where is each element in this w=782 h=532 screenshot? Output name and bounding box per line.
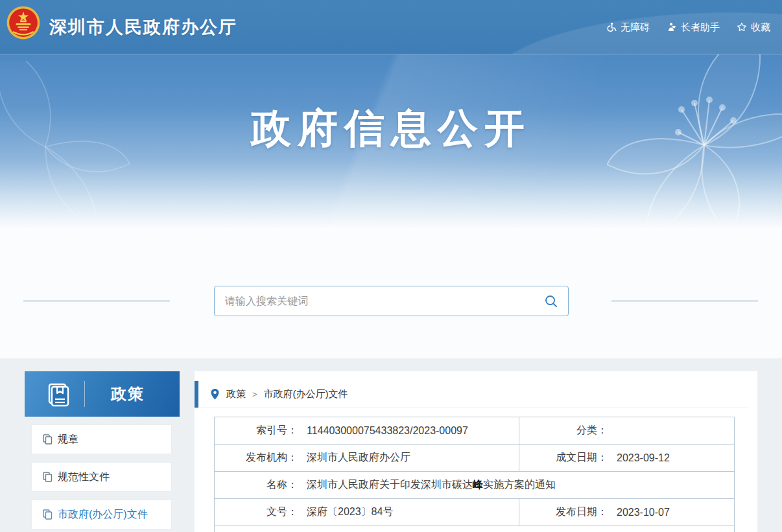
elder-assistant-icon xyxy=(667,22,677,32)
issuing-agency-label: 发布机构： xyxy=(215,451,298,465)
written-date-value: 2023-09-12 xyxy=(608,452,670,464)
banner: 政府信息公开 xyxy=(0,54,782,230)
page-title: 政府信息公开 xyxy=(0,101,782,156)
top-links: 无障碍 长者助手 收藏 xyxy=(606,0,770,54)
written-date-label: 成文日期： xyxy=(519,451,608,465)
accessibility-label: 无障碍 xyxy=(621,21,650,34)
table-row: 文号： 深府〔2023〕84号 发布日期： 2023-10-07 xyxy=(215,499,735,526)
category-cell: 分类： xyxy=(519,417,735,445)
sidebar-item-normative-documents[interactable]: 规范性文件 xyxy=(31,462,172,492)
document-name-cell: 名称： 深圳市人民政府关于印发深圳市碳达峰实施方案的通知 xyxy=(215,472,735,499)
accessibility-link[interactable]: 无障碍 xyxy=(606,21,650,34)
page: 深圳市人民政府办公厅 无障碍 长者助手 xyxy=(0,0,782,532)
decorative-line-left xyxy=(23,301,170,301)
accessibility-icon xyxy=(606,22,617,32)
book-icon xyxy=(44,380,73,408)
breadcrumb-current: 市政府(办公厅)文件 xyxy=(264,388,348,400)
name-prefix: 深圳市人民政府关于印发深圳市碳达 xyxy=(307,479,473,490)
sidebar-item-label: 规范性文件 xyxy=(58,470,110,484)
issuing-agency-value: 深圳市人民政府办公厅 xyxy=(298,451,410,465)
document-icon xyxy=(43,472,53,482)
document-name-label: 名称： xyxy=(215,478,298,492)
document-number-label: 文号： xyxy=(215,505,298,519)
search-section xyxy=(0,230,782,358)
table-row: 索引号： 114403000075433823/2023-00097 分类： xyxy=(215,417,735,445)
search-box xyxy=(214,286,569,316)
main-panel: 政策 > 市政府(办公厅)文件 索引号： 114403000075433823/… xyxy=(195,371,757,532)
sidebar-header: 政策 xyxy=(25,371,180,417)
sidebar-title: 政策 xyxy=(85,384,180,404)
publish-date-value: 2023-10-07 xyxy=(608,507,670,518)
written-date-cell: 成文日期： 2023-09-12 xyxy=(519,445,735,472)
sidebar-item-label: 规章 xyxy=(58,433,78,446)
breadcrumb: 政策 > 市政府(办公厅)文件 xyxy=(195,381,749,408)
search-icon xyxy=(544,294,558,308)
name-highlighted-keyword: 峰 xyxy=(473,479,483,490)
issuing-agency-cell: 发布机构： 深圳市人民政府办公厅 xyxy=(215,445,519,472)
star-icon xyxy=(737,22,747,32)
index-number-label: 索引号： xyxy=(215,424,298,437)
sidebar-item-regulations[interactable]: 规章 xyxy=(31,424,172,454)
location-pin-icon xyxy=(210,388,220,400)
sidebar: 政策 规章 规范性文件 市政 xyxy=(25,371,180,529)
name-suffix: 实施方案的通知 xyxy=(483,479,556,490)
breadcrumb-separator: > xyxy=(252,389,257,399)
breadcrumb-root[interactable]: 政策 xyxy=(226,388,246,400)
publish-date-label: 发布日期： xyxy=(519,505,608,519)
favorite-label: 收藏 xyxy=(751,21,770,34)
top-header: 深圳市人民政府办公厅 无障碍 长者助手 xyxy=(0,0,782,54)
elder-assistant-link[interactable]: 长者助手 xyxy=(667,21,720,34)
table-row: 名称： 深圳市人民政府关于印发深圳市碳达峰实施方案的通知 xyxy=(215,472,735,499)
site-title: 深圳市人民政府办公厅 xyxy=(49,0,237,54)
content-section: 政策 规章 规范性文件 市政 xyxy=(0,358,782,532)
table-row-partial xyxy=(215,526,735,532)
document-number-value: 深府〔2023〕84号 xyxy=(298,505,393,519)
document-name-value: 深圳市人民政府关于印发深圳市碳达峰实施方案的通知 xyxy=(298,478,556,492)
sidebar-item-municipal-government-documents[interactable]: 市政府(办公厅)文件 xyxy=(31,500,172,529)
index-number-value: 114403000075433823/2023-00097 xyxy=(298,425,468,437)
clipped-cell xyxy=(215,526,735,532)
elder-assistant-label: 长者助手 xyxy=(681,21,720,34)
decorative-line-right xyxy=(611,301,758,301)
search-input[interactable] xyxy=(215,286,534,316)
publish-date-cell: 发布日期： 2023-10-07 xyxy=(519,499,735,526)
index-number-cell: 索引号： 114403000075433823/2023-00097 xyxy=(215,417,519,445)
sidebar-item-label: 市政府(办公厅)文件 xyxy=(58,508,148,522)
document-icon xyxy=(43,434,53,445)
category-label: 分类： xyxy=(519,424,608,437)
national-emblem-icon xyxy=(5,5,41,41)
favorite-link[interactable]: 收藏 xyxy=(737,21,770,34)
search-button[interactable] xyxy=(534,286,568,316)
table-row: 发布机构： 深圳市人民政府办公厅 成文日期： 2023-09-12 xyxy=(215,445,735,472)
document-number-cell: 文号： 深府〔2023〕84号 xyxy=(215,499,519,526)
document-info-table: 索引号： 114403000075433823/2023-00097 分类： 发… xyxy=(214,417,735,532)
document-icon xyxy=(43,509,53,520)
